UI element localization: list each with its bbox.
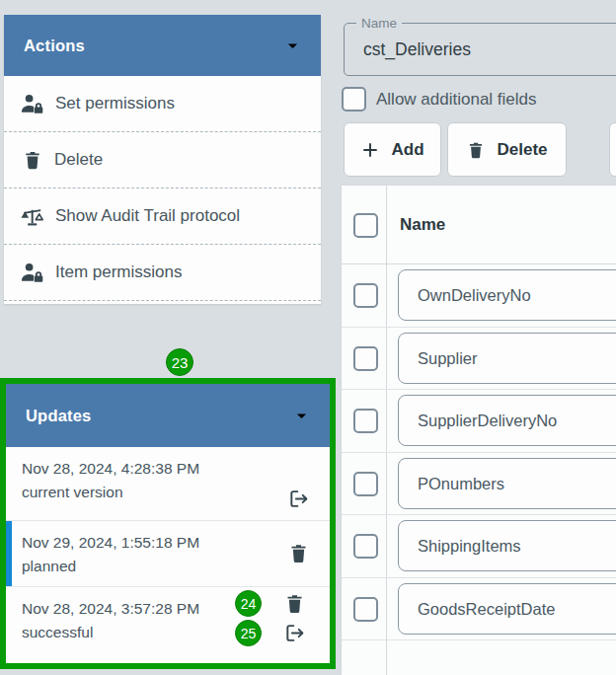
actions-panel-header[interactable]: Actions [4,15,321,76]
trash-icon [466,140,486,160]
allow-additional-fields-label: Allow additional fields [376,90,537,110]
name-field-label: Name [356,15,402,32]
table-header-row: Name [342,186,616,264]
field-name-input[interactable]: SupplierDeliveryNo [398,395,616,446]
table-row: SupplierDeliveryNo [342,390,616,453]
updates-panel-title: Updates [26,407,92,425]
person-lock-icon [20,261,44,285]
field-name-input[interactable]: GoodsReceiptDate [398,583,616,635]
row-checkbox[interactable] [353,346,378,371]
actions-panel-title: Actions [24,37,85,55]
name-field[interactable]: Name cst_Deliveries [344,23,616,76]
action-item-label: Item permissions [55,262,182,282]
action-item-item-permissions[interactable]: Item permissions [4,245,321,301]
select-all-checkbox[interactable] [353,213,378,238]
row-checkbox[interactable] [353,283,378,308]
updates-panel-header[interactable]: Updates [6,384,330,447]
name-column-header: Name [400,186,445,263]
table-row: POnumbers [342,453,616,516]
allow-additional-fields-checkbox[interactable] [342,87,366,112]
update-row-current-version[interactable]: Nov 28, 2024, 4:28:38 PM current version [6,447,330,521]
action-item-set-permissions[interactable]: Set permissions [4,76,321,132]
plus-icon [360,140,380,160]
updates-panel-highlight-box: Updates Nov 28, 2024, 4:28:38 PM current… [0,378,336,669]
row-checkbox[interactable] [353,409,378,433]
screen: Actions Set permissions Delete Show Audi… [0,0,616,675]
trash-icon[interactable] [283,592,306,615]
update-status: planned [22,555,316,578]
annotation-badge-23: 23 [166,348,193,376]
table-row: Supplier [342,328,616,391]
chevron-down-icon[interactable] [293,408,310,424]
action-item-delete[interactable]: Delete [4,132,321,188]
action-item-label: Delete [54,150,103,170]
allow-additional-fields-row: Allow additional fields [342,87,537,112]
table-row: GoodsReceiptDate [342,578,616,641]
field-name-input[interactable]: POnumbers [398,458,616,509]
table-row-empty [342,640,616,675]
update-timestamp: Nov 28, 2024, 4:28:38 PM [22,457,316,481]
add-button[interactable]: Add [344,122,441,177]
export-icon[interactable] [283,622,306,644]
row-checkbox[interactable] [353,597,378,622]
action-item-show-audit-trail[interactable]: Show Audit Trail protocol [4,188,321,245]
delete-button-label: Delete [497,140,547,160]
annotation-badge-24: 24 [235,590,262,617]
chevron-down-icon[interactable] [284,38,301,54]
field-name-input[interactable]: Supplier [398,333,616,384]
trash-icon[interactable] [287,542,310,564]
add-button-label: Add [391,140,424,160]
update-status: successful [22,621,316,644]
annotation-badge-25: 25 [235,620,262,646]
table-row: OwnDeliveryNo [342,264,616,328]
scales-icon [20,204,44,229]
person-lock-icon [20,92,44,116]
update-timestamp: Nov 29, 2024, 1:55:18 PM [22,531,316,555]
delete-button[interactable]: Delete [447,122,567,177]
trash-icon [22,149,43,171]
truncated-button[interactable] [609,122,616,177]
update-status: current version [22,481,316,504]
fields-table: Name OwnDeliveryNo Supplier SupplierDeli… [341,185,616,675]
table-row: ShippingItems [342,515,616,578]
action-item-label: Set permissions [55,94,175,113]
row-checkbox[interactable] [353,472,378,496]
update-row-planned[interactable]: Nov 29, 2024, 1:55:18 PM planned [6,521,330,587]
field-name-input[interactable]: OwnDeliveryNo [398,269,616,321]
row-checkbox[interactable] [353,534,378,559]
field-name-input[interactable]: ShippingItems [398,520,616,571]
action-item-label: Show Audit Trail protocol [55,206,240,226]
export-icon[interactable] [287,488,310,510]
update-timestamp: Nov 28, 2024, 3:57:28 PM [22,597,316,621]
update-row-successful[interactable]: Nov 28, 2024, 3:57:28 PM successful 24 2… [6,587,330,662]
actions-panel: Actions Set permissions Delete Show Audi… [4,15,321,304]
